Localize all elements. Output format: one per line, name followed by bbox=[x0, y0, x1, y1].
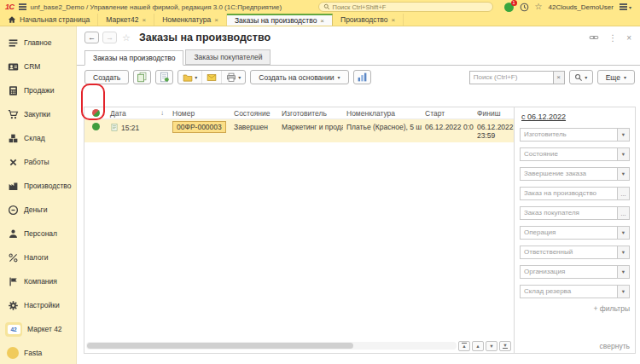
create-based-on-button[interactable]: Создать на основании ▾ bbox=[250, 70, 348, 84]
go-to-top-button[interactable]: ▲ bbox=[458, 341, 470, 351]
more-button[interactable]: Еще ▾ bbox=[597, 70, 635, 84]
chevron-down-icon[interactable]: ▾ bbox=[618, 147, 630, 161]
sidebar-item-main[interactable]: Главное bbox=[0, 31, 76, 55]
tab-production-orders-list[interactable]: Заказы на производство bbox=[84, 50, 183, 66]
tab-nomenclature[interactable]: Номенклатура× bbox=[154, 14, 227, 26]
reports-button[interactable] bbox=[353, 70, 371, 84]
chevron-down-icon[interactable]: ▾ bbox=[618, 265, 630, 279]
filter-organization-input[interactable]: Организация bbox=[520, 265, 618, 279]
horizontal-scrollbar[interactable] bbox=[86, 342, 457, 350]
chevron-down-icon[interactable]: ▾ bbox=[618, 285, 630, 298]
column-date[interactable]: Дата↓ bbox=[107, 109, 169, 118]
filter-order-completion: Завершение заказа ▾ bbox=[520, 167, 630, 181]
filter-organization: Организация ▾ bbox=[520, 265, 630, 279]
chevron-down-icon: ▾ bbox=[624, 74, 626, 80]
more-filters-link[interactable]: + фильтры bbox=[520, 304, 630, 313]
forward-button[interactable]: → bbox=[102, 32, 117, 43]
collapse-link[interactable]: свернуть bbox=[600, 342, 630, 350]
copy-icon bbox=[137, 72, 148, 83]
column-finish[interactable]: Финиш bbox=[474, 109, 514, 118]
sidebar-item-crm[interactable]: CRM bbox=[0, 55, 76, 78]
list-search-input[interactable]: Поиск (Ctrl+F) × bbox=[469, 71, 565, 84]
status-column-header[interactable] bbox=[84, 109, 107, 117]
choose-icon[interactable]: … bbox=[618, 187, 630, 200]
chevron-down-icon[interactable]: ▾ bbox=[618, 246, 630, 259]
sidebar-item-works[interactable]: Работы bbox=[0, 150, 76, 174]
sidebar-item-company[interactable]: Компания bbox=[0, 269, 76, 293]
close-icon[interactable]: × bbox=[320, 17, 324, 25]
sidebar-item-warehouse[interactable]: Склад bbox=[0, 126, 76, 150]
page-title: Заказы на производство bbox=[139, 32, 271, 43]
files-button[interactable]: ▾ bbox=[178, 71, 201, 84]
current-user[interactable]: 42Clouds_DemoUser bbox=[549, 3, 614, 11]
tab-customer-orders-list[interactable]: Заказы покупателей bbox=[185, 49, 271, 65]
chevron-down-icon[interactable]: ▾ bbox=[618, 167, 630, 181]
list-toolbar: Создать ▾ ▾ Создать на основании ▾ bbox=[77, 67, 640, 87]
sidebar-item-production[interactable]: Производство bbox=[0, 174, 76, 198]
global-search-input[interactable]: Поиск Ctrl+Shift+F bbox=[318, 2, 493, 12]
section-sidebar: Главное CRM Продажи Закупки Склад Работы… bbox=[0, 26, 76, 364]
column-state[interactable]: Состояние bbox=[230, 109, 278, 118]
service-menu-icon[interactable]: ▾ bbox=[620, 3, 631, 10]
sidebar-item-fasta[interactable]: Fasta bbox=[0, 341, 76, 364]
sidebar-item-staff[interactable]: Персонал bbox=[0, 222, 76, 246]
sidebar-item-purchases[interactable]: Закупки bbox=[0, 102, 76, 126]
column-nomenclature[interactable]: Номенклатура bbox=[343, 109, 422, 118]
date-from-filter[interactable]: с 06.12.2022 bbox=[521, 113, 566, 121]
filter-operation-input[interactable]: Операция bbox=[520, 226, 618, 240]
back-button[interactable]: ← bbox=[84, 32, 99, 43]
filter-order-completion-input[interactable]: Завершение заказа bbox=[520, 167, 618, 181]
filter-manufacturer-input[interactable]: Изготовитель bbox=[520, 128, 618, 142]
advanced-search-button[interactable]: ▾ bbox=[569, 70, 593, 84]
folder-icon bbox=[183, 72, 193, 83]
chevron-down-icon[interactable]: ▾ bbox=[618, 128, 630, 142]
close-icon[interactable]: × bbox=[391, 16, 395, 24]
row-number-selected-cell[interactable]: 00ФР-000003 bbox=[172, 121, 226, 133]
document-status-button[interactable] bbox=[155, 70, 173, 84]
tab-production-orders[interactable]: Заказы на производство× bbox=[227, 14, 333, 26]
close-icon[interactable]: × bbox=[143, 16, 147, 24]
send-mail-button[interactable] bbox=[201, 71, 221, 84]
column-manufacturer[interactable]: Изготовитель bbox=[278, 109, 343, 118]
form-nav-row: ← → ☆ Заказы на производство ⋮ × bbox=[77, 26, 640, 49]
tab-home[interactable]: Начальная страница bbox=[0, 14, 98, 26]
favorites-icon[interactable]: ☆ bbox=[535, 3, 543, 11]
filter-customer-order-input[interactable]: Заказ покупателя bbox=[520, 206, 618, 220]
table-row[interactable]: 15:21 00ФР-000003 Завершен Маркетинг и п… bbox=[84, 119, 514, 142]
contact-card-icon bbox=[8, 61, 19, 72]
filter-reserve-warehouse-input[interactable]: Склад резерва bbox=[520, 285, 618, 298]
create-button[interactable]: Создать bbox=[84, 70, 129, 84]
print-button[interactable]: ▾ bbox=[221, 71, 245, 84]
clear-search-icon[interactable]: × bbox=[553, 72, 564, 84]
sidebar-item-money[interactable]: Деньги bbox=[0, 198, 76, 222]
chevron-down-icon[interactable]: ▾ bbox=[618, 226, 630, 240]
page-down-button[interactable]: ▼ bbox=[486, 341, 497, 351]
sidebar-item-market42[interactable]: 42 Маркет 42 bbox=[0, 317, 76, 341]
column-start[interactable]: Старт bbox=[422, 109, 474, 118]
get-link-icon[interactable] bbox=[589, 32, 599, 43]
filter-state: Состояние ▾ bbox=[520, 147, 630, 161]
sidebar-item-taxes[interactable]: Налоги bbox=[0, 246, 76, 269]
scrollbar-thumb[interactable] bbox=[87, 343, 353, 349]
tab-market42[interactable]: Маркет42× bbox=[98, 14, 154, 26]
page-up-button[interactable]: ▲ bbox=[472, 341, 484, 351]
filter-state-input[interactable]: Состояние bbox=[520, 147, 618, 161]
tab-production[interactable]: Производство× bbox=[333, 14, 404, 26]
notifications-icon[interactable]: 1 bbox=[504, 3, 514, 12]
close-form-icon[interactable]: × bbox=[626, 33, 631, 43]
filter-panel: с 06.12.2022 Изготовитель ▾ Состояние ▾ … bbox=[514, 107, 635, 353]
close-icon[interactable]: × bbox=[214, 16, 218, 24]
main-menu-icon[interactable] bbox=[19, 3, 26, 10]
sidebar-item-sales[interactable]: Продажи bbox=[0, 78, 76, 102]
copy-button[interactable] bbox=[133, 70, 151, 84]
go-to-bottom-button[interactable]: ▼ bbox=[499, 341, 511, 351]
favorite-star-icon[interactable]: ☆ bbox=[122, 32, 131, 43]
choose-icon[interactable]: … bbox=[618, 206, 630, 220]
sidebar-item-settings[interactable]: Настройки bbox=[0, 293, 76, 317]
column-number[interactable]: Номер bbox=[169, 109, 230, 118]
filter-production-order-input[interactable]: Заказ на производство bbox=[520, 187, 618, 200]
history-icon[interactable] bbox=[520, 3, 529, 12]
list-search-placeholder: Поиск (Ctrl+F) bbox=[470, 73, 553, 81]
filter-responsible-input[interactable]: Ответственный bbox=[520, 246, 618, 259]
more-actions-icon[interactable]: ⋮ bbox=[608, 33, 617, 43]
